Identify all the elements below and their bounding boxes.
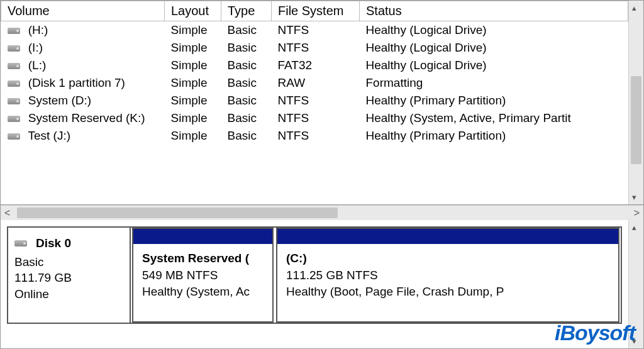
volume-name: Test (J:) [25, 129, 71, 142]
volume-row[interactable]: (I:)SimpleBasicNTFSHealthy (Logical Driv… [1, 39, 628, 57]
volume-fs: NTFS [272, 39, 360, 57]
disk-icon [14, 240, 27, 247]
partition-color-bar [277, 229, 618, 244]
volume-type: Basic [221, 109, 272, 127]
partition-sizefs: 549 MB NTFS [142, 267, 264, 284]
volume-layout: Simple [165, 92, 221, 109]
drive-icon [8, 28, 20, 34]
drive-icon [8, 116, 20, 122]
volume-name: System (D:) [25, 94, 92, 107]
volume-status: Healthy (Logical Drive) [360, 57, 628, 74]
volume-fs: FAT32 [272, 57, 360, 74]
volume-row[interactable]: (H:)SimpleBasicNTFSHealthy (Logical Driv… [1, 21, 628, 40]
scroll-down-icon[interactable]: ▾ [632, 192, 636, 202]
volume-row[interactable]: (Disk 1 partition 7)SimpleBasicRAWFormat… [1, 74, 628, 92]
volume-type: Basic [221, 92, 272, 109]
disk-row[interactable]: Disk 0 Basic 111.79 GB Online System Res… [7, 226, 622, 324]
volume-vertical-scrollbar[interactable]: ▴ ▾ [628, 1, 643, 204]
volume-name: (H:) [25, 23, 48, 36]
col-header-status[interactable]: Status [360, 1, 628, 21]
volume-fs: NTFS [272, 21, 360, 40]
disk-name: Disk 0 [36, 235, 71, 252]
volume-layout: Simple [165, 21, 221, 40]
volume-row[interactable]: System Reserved (K:)SimpleBasicNTFSHealt… [1, 109, 628, 127]
volume-layout: Simple [165, 74, 221, 92]
partition-sizefs: 111.25 GB NTFS [286, 267, 609, 284]
volume-name: (Disk 1 partition 7) [25, 76, 125, 89]
drive-icon [8, 98, 20, 104]
volume-type: Basic [221, 57, 272, 74]
partition-status: Healthy (Boot, Page File, Crash Dump, P [286, 284, 609, 301]
scroll-up-icon[interactable]: ▴ [632, 223, 636, 232]
volume-fs: NTFS [272, 109, 360, 127]
volume-status: Healthy (System, Active, Primary Partit [360, 109, 628, 127]
volume-list-pane: Volume Layout Type File System Status (H… [1, 1, 643, 205]
volume-name: (I:) [25, 41, 43, 54]
disk-type: Basic [14, 254, 123, 270]
volume-name: System Reserved (K:) [25, 111, 145, 125]
partition-title: (C:) [286, 250, 609, 267]
drive-icon [8, 133, 20, 140]
drive-icon [8, 63, 20, 69]
scroll-up-icon[interactable]: ▴ [632, 3, 636, 13]
volume-type: Basic [221, 21, 272, 40]
volume-row[interactable]: (L:)SimpleBasicFAT32Healthy (Logical Dri… [1, 57, 628, 74]
volume-status: Healthy (Logical Drive) [360, 21, 628, 40]
volume-horizontal-scrollbar[interactable]: < > [1, 205, 643, 220]
partition-title: System Reserved ( [142, 250, 264, 267]
volume-row[interactable]: Test (J:)SimpleBasicNTFSHealthy (Primary… [1, 127, 628, 145]
partition-system-reserved[interactable]: System Reserved ( 549 MB NTFS Healthy (S… [132, 228, 274, 323]
col-header-filesystem[interactable]: File System [272, 1, 360, 21]
volume-layout: Simple [165, 127, 221, 145]
scroll-thumb-h[interactable] [17, 208, 338, 218]
col-header-layout[interactable]: Layout [165, 1, 221, 21]
disk-vertical-scrollbar[interactable]: ▴ ▾ [628, 220, 643, 348]
col-header-type[interactable]: Type [221, 1, 272, 21]
volume-fs: NTFS [272, 127, 360, 145]
volume-status: Healthy (Primary Partition) [360, 92, 628, 109]
partition-c[interactable]: (C:) 111.25 GB NTFS Healthy (Boot, Page … [276, 228, 619, 323]
volume-fs: RAW [272, 74, 360, 92]
volume-layout: Simple [165, 39, 221, 57]
disk-size: 111.79 GB [14, 270, 123, 286]
volume-layout: Simple [165, 57, 221, 74]
drive-icon [8, 45, 20, 52]
disk-meta[interactable]: Disk 0 Basic 111.79 GB Online [8, 228, 131, 323]
volume-status: Formatting [360, 74, 628, 92]
disk-state: Online [14, 286, 123, 302]
scroll-right-icon[interactable]: > [634, 208, 640, 219]
volume-fs: NTFS [272, 92, 360, 109]
volume-status: Healthy (Logical Drive) [360, 39, 628, 57]
disk-layout-pane: Disk 0 Basic 111.79 GB Online System Res… [1, 220, 643, 348]
partition-status: Healthy (System, Ac [142, 284, 264, 301]
volume-row[interactable]: System (D:)SimpleBasicNTFSHealthy (Prima… [1, 92, 628, 109]
volume-type: Basic [221, 39, 272, 57]
scroll-down-icon[interactable]: ▾ [632, 336, 636, 346]
scroll-thumb[interactable] [631, 76, 641, 164]
volume-type: Basic [221, 127, 272, 145]
drive-icon [8, 80, 20, 87]
volume-layout: Simple [165, 109, 221, 127]
partition-color-bar [133, 229, 272, 244]
volume-table: Volume Layout Type File System Status (H… [1, 1, 628, 145]
volume-type: Basic [221, 74, 272, 92]
volume-name: (L:) [25, 58, 47, 72]
col-header-volume[interactable]: Volume [1, 1, 165, 21]
volume-status: Healthy (Primary Partition) [360, 127, 628, 145]
scroll-left-icon[interactable]: < [4, 208, 10, 219]
